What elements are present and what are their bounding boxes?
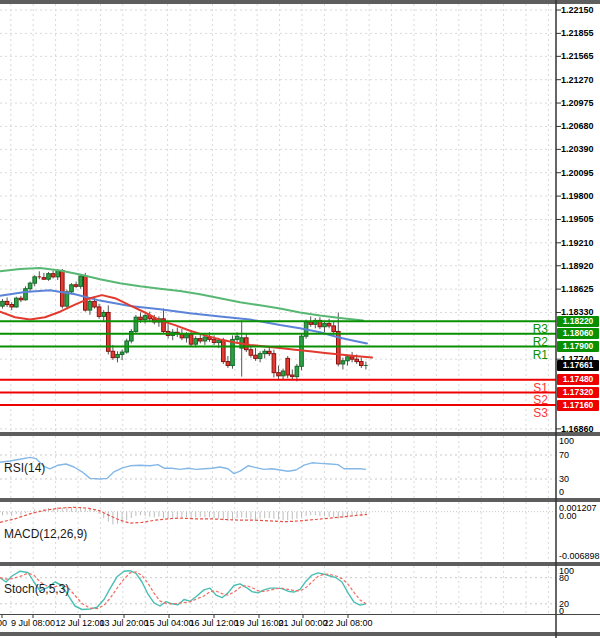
main-price-plot[interactable] <box>0 4 556 432</box>
stoch-plot[interactable] <box>0 566 556 614</box>
time-axis[interactable] <box>0 615 556 632</box>
rsi-plot[interactable] <box>0 436 556 498</box>
trading-chart-window: RSI(14) MACD(12,26,9) Stoch(5,5,3) R3R2R… <box>0 0 600 638</box>
macd-plot[interactable] <box>0 502 556 562</box>
price-axis[interactable] <box>556 0 600 615</box>
